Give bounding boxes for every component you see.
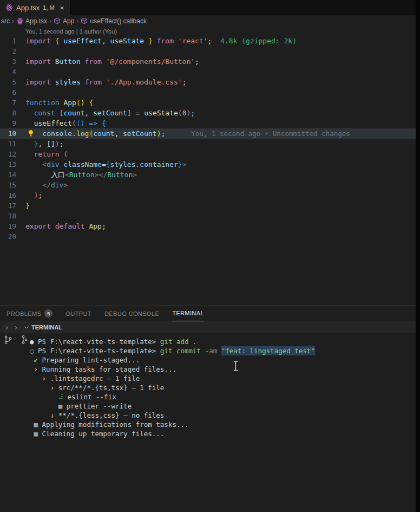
line-number: 3	[0, 56, 16, 67]
chevron-right-icon[interactable]: ›	[15, 321, 17, 333]
code-line[interactable]: 7function App() {	[0, 98, 420, 108]
code-line[interactable]: 1import { useEffect, useState } from 're…	[0, 36, 420, 46]
tab-problems[interactable]: PROBLEMS 5	[6, 306, 52, 321]
down-arrow-icon: ↓	[50, 411, 55, 420]
code-text: import styles from './App.module.css';	[25, 77, 186, 87]
task-square-icon: ■	[34, 429, 38, 438]
breadcrumb-item-app[interactable]: App	[54, 17, 74, 25]
code-area[interactable]: 1import { useEffect, useState } from 're…	[0, 36, 420, 242]
command-decoration-icon: ●	[30, 337, 34, 346]
chevron-right-icon: ›	[50, 383, 55, 392]
breadcrumb-separator: ›	[76, 17, 79, 25]
code-text: }, []);	[25, 139, 63, 149]
panel-left-icons	[3, 335, 28, 345]
task-square-icon: ■	[34, 420, 38, 429]
code-line[interactable]: 3import Button from '@/components/Button…	[0, 56, 420, 67]
breadcrumb-item-apptsx[interactable]: App.tsx	[16, 17, 47, 25]
react-file-icon	[5, 4, 13, 11]
tab-title: App.tsx	[16, 4, 40, 12]
code-text: );	[25, 190, 42, 200]
line-number: 8	[0, 108, 16, 118]
code-line[interactable]: 15 </div>	[0, 180, 420, 190]
code-text: }	[25, 200, 30, 211]
code-line[interactable]: 11 }, []);	[0, 139, 420, 149]
breadcrumb-separator: ›	[11, 17, 15, 25]
line-number: 7	[0, 98, 16, 108]
chevron-right-icon: ›	[34, 365, 38, 374]
chevron-right-icon[interactable]: ›	[5, 321, 8, 333]
terminal-line: › Running tasks for staged files...	[0, 365, 420, 374]
breadcrumb-item-useeffect-callback[interactable]: useEffect() callback	[81, 17, 147, 25]
line-number: 18	[0, 211, 16, 221]
line-number: 13	[0, 159, 16, 170]
code-text: import { useEffect, useState } from 'rea…	[25, 36, 297, 46]
task-square-icon: ■	[58, 401, 63, 411]
code-line[interactable]: 8 const [count, setCount] = useState(0);	[0, 108, 420, 118]
code-line[interactable]: 2	[0, 46, 420, 56]
code-text: return (	[25, 149, 68, 159]
line-number: 16	[0, 190, 16, 200]
terminal-line: ■ Cleaning up temporary files...	[0, 429, 420, 438]
terminal-line: ■ prettier --write	[0, 401, 420, 411]
terminal-line: ✔ Preparing lint-staged...	[0, 355, 420, 365]
line-number: 1	[0, 36, 16, 46]
terminal-content[interactable]: ● PS F:\react-vite-ts-template> git add …	[0, 333, 420, 512]
terminal-line: ⠼ eslint --fix	[0, 392, 420, 401]
code-line[interactable]: 16 );	[0, 190, 420, 200]
code-line[interactable]: 13 <div className={styles.container}>	[0, 159, 420, 170]
tab-problems-modified-badge: 1, M	[43, 4, 54, 11]
tab-output[interactable]: OUTPUT	[65, 306, 91, 321]
code-text: import Button from '@/components/Button'…	[25, 56, 199, 67]
line-number: 5	[0, 77, 16, 87]
terminal-line: ■ Applying modifications from tasks...	[0, 420, 420, 429]
terminal-line: ● PS F:\react-vite-ts-template> git add …	[0, 337, 420, 346]
code-line[interactable]: 4	[0, 67, 420, 77]
code-line[interactable]: 18	[0, 211, 420, 221]
breadcrumb-separator: ›	[49, 17, 52, 25]
code-line[interactable]: 10 console.log(count, setCount);You, 1 s…	[0, 128, 420, 139]
code-line[interactable]: 12 return (	[0, 149, 420, 159]
code-line[interactable]: 9 useEffect(() => {	[0, 118, 420, 128]
line-number: 14	[0, 170, 16, 180]
chevron-right-icon: ›	[42, 374, 47, 383]
git-commit-icon[interactable]	[18, 335, 28, 345]
breadcrumb-item-src[interactable]: src	[1, 17, 10, 25]
terminal-section-toggle[interactable]: TERMINAL	[24, 324, 62, 330]
line-number: 20	[0, 231, 16, 242]
lightbulb-icon[interactable]	[27, 129, 35, 137]
line-number: 19	[0, 221, 16, 231]
code-text: const [count, setCount] = useState(0);	[25, 108, 195, 118]
codelens-blame[interactable]: You, 1 second ago | 1 author (You)	[0, 28, 420, 36]
line-number: 2	[0, 46, 16, 56]
line-number: 15	[0, 180, 16, 190]
code-line[interactable]: 19export default App;	[0, 221, 420, 231]
code-line[interactable]: 14 入口<Button></Button>	[0, 170, 420, 180]
source-control-branch-icon[interactable]	[3, 335, 13, 345]
terminal-line: › .lintstagedrc — 1 file	[0, 374, 420, 383]
code-text: </div>	[25, 180, 68, 190]
code-line[interactable]: 20	[0, 231, 420, 242]
code-line[interactable]: 17}	[0, 200, 420, 211]
scrollbar[interactable]	[416, 0, 420, 512]
tab-terminal[interactable]: TERMINAL	[172, 306, 204, 321]
check-icon: ✔	[34, 355, 38, 365]
terminal-toolbar: › › TERMINAL	[0, 321, 420, 333]
panel-tab-bar: PROBLEMS 5 OUTPUT DEBUG CONSOLE TERMINAL	[0, 305, 420, 321]
editor-tab-apptsx[interactable]: App.tsx 1, M ×	[0, 0, 70, 15]
code-editor[interactable]: You, 1 second ago | 1 author (You) 1impo…	[0, 27, 420, 305]
close-icon[interactable]: ×	[60, 4, 64, 12]
terminal-line: › src/**/*.{ts,tsx} — 1 file	[0, 383, 420, 392]
tab-debug-console[interactable]: DEBUG CONSOLE	[104, 306, 159, 321]
line-number: 11	[0, 139, 16, 149]
breadcrumb: src › App.tsx › App › useEffect() callba…	[0, 15, 420, 27]
line-number: 10	[0, 128, 16, 139]
tab-bar: App.tsx 1, M ×	[0, 0, 420, 15]
spinner-icon: ⠼	[58, 392, 63, 401]
line-number: 6	[0, 87, 16, 98]
problems-count-badge: 5	[44, 309, 52, 317]
terminal-line: ↓ **/*.{less,css} — no files	[0, 411, 420, 420]
command-decoration-icon: ○	[30, 346, 34, 355]
code-line[interactable]: 6	[0, 87, 420, 98]
chevron-down-icon	[24, 325, 29, 330]
code-line[interactable]: 5import styles from './App.module.css';	[0, 77, 420, 87]
